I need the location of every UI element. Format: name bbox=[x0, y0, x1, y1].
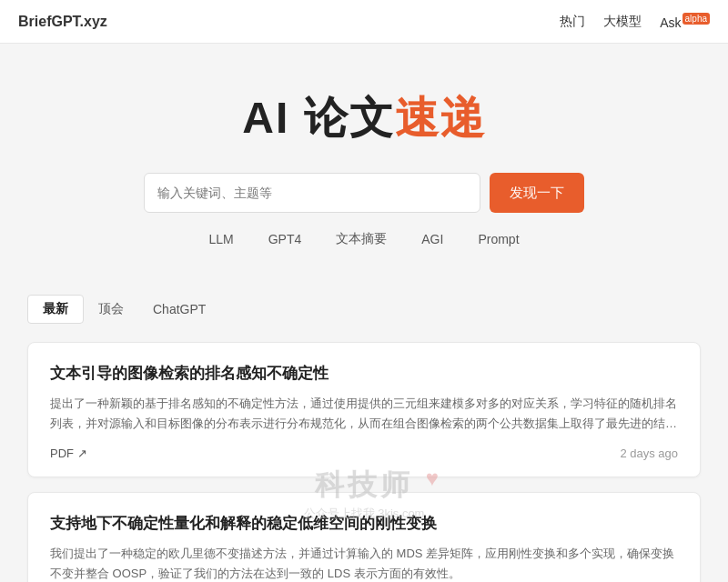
table-row: 支持地下不确定性量化和解释的稳定低维空间的刚性变换 我们提出了一种稳定的欧几里德… bbox=[27, 492, 701, 582]
tag-gpt4[interactable]: GPT4 bbox=[265, 230, 306, 248]
tags-row: LLM GPT4 文本摘要 AGI Prompt bbox=[205, 229, 522, 249]
tab-chatgpt[interactable]: ChatGPT bbox=[138, 296, 220, 322]
tag-llm[interactable]: LLM bbox=[205, 230, 237, 248]
card-pdf-1[interactable]: PDF ↗ bbox=[50, 447, 87, 460]
ask-badge: alpha bbox=[682, 13, 710, 25]
search-button[interactable]: 发现一下 bbox=[490, 173, 584, 213]
card-time-1: 2 days ago bbox=[620, 447, 678, 460]
card-desc-1: 提出了一种新颖的基于排名感知的不确定性方法，通过使用提供的三元组来建模多对多的对… bbox=[50, 394, 678, 434]
card-title-1: 文本引导的图像检索的排名感知不确定性 bbox=[50, 363, 678, 385]
card-footer-1: PDF ↗ 2 days ago bbox=[50, 447, 678, 460]
search-row: 发现一下 bbox=[144, 173, 584, 213]
nav: 热门 大模型 Askalpha bbox=[560, 14, 710, 30]
hero-title: AI 论文速递 bbox=[242, 89, 485, 147]
header: BriefGPT.xyz 热门 大模型 Askalpha bbox=[0, 0, 728, 44]
nav-item-hot[interactable]: 热门 bbox=[560, 14, 585, 30]
tag-agi[interactable]: AGI bbox=[418, 230, 447, 248]
filter-tabs: 最新 顶会 ChatGPT bbox=[0, 276, 728, 333]
cards-wrapper: 科技师 ♥ 公众号上找我 3kjs.com 文本引导的图像检索的排名感知不确定性… bbox=[0, 333, 728, 582]
nav-item-ask[interactable]: Askalpha bbox=[660, 14, 710, 30]
card-title-2: 支持地下不确定性量化和解释的稳定低维空间的刚性变换 bbox=[50, 513, 678, 535]
search-input[interactable] bbox=[144, 173, 480, 213]
tag-prompt[interactable]: Prompt bbox=[474, 230, 522, 248]
cards-container: 文本引导的图像检索的排名感知不确定性 提出了一种新颖的基于排名感知的不确定性方法… bbox=[0, 333, 728, 582]
tab-top-conf[interactable]: 顶会 bbox=[84, 296, 138, 323]
tag-text-summary[interactable]: 文本摘要 bbox=[332, 229, 390, 249]
tab-latest[interactable]: 最新 bbox=[27, 295, 84, 324]
card-desc-2: 我们提出了一种稳定的欧几里德不变描述方法，并通过计算输入的 MDS 差异矩阵，应… bbox=[50, 544, 678, 582]
hero-section: AI 论文速递 发现一下 LLM GPT4 文本摘要 AGI Prompt bbox=[0, 44, 728, 276]
nav-item-models[interactable]: 大模型 bbox=[603, 14, 642, 30]
logo: BriefGPT.xyz bbox=[18, 14, 107, 30]
table-row: 文本引导的图像检索的排名感知不确定性 提出了一种新颖的基于排名感知的不确定性方法… bbox=[27, 342, 701, 477]
